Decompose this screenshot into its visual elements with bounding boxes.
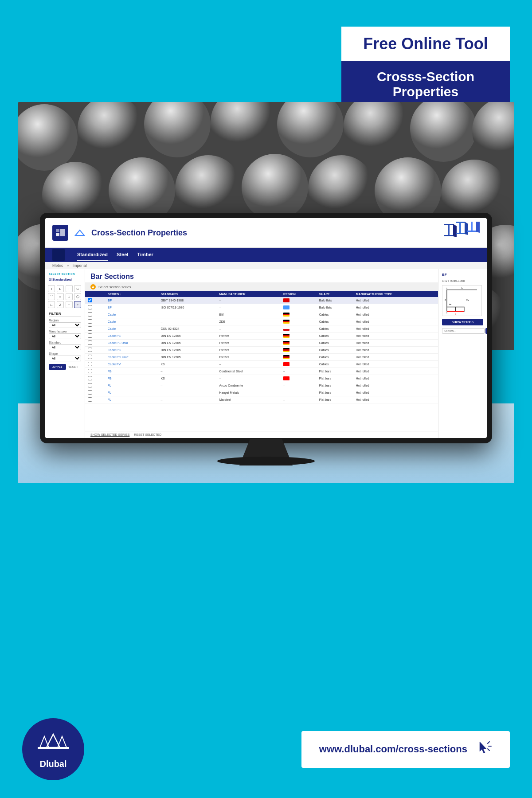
row-name: Cable	[105, 318, 158, 325]
svg-line-64	[488, 742, 489, 743]
show-selected-button[interactable]: SHOW SELECTED SERIES	[90, 433, 129, 436]
nav-steel[interactable]: Steel	[117, 249, 128, 261]
row-shape: Flat bars	[317, 382, 353, 389]
table-row: Cable PE Uniα DIN EN 12305 Pfeiffer Cabl…	[85, 340, 438, 347]
row-region	[281, 332, 317, 340]
monitor-section: Cross-Section Properties	[18, 102, 514, 483]
row-standard: KS	[158, 361, 216, 368]
row-checkbox[interactable]	[88, 340, 92, 345]
col-manufacturer[interactable]: MANUFACTURER	[216, 291, 281, 297]
search-input[interactable]	[442, 328, 485, 334]
row-checkbox[interactable]	[88, 397, 92, 402]
standard-label: Standard	[49, 341, 81, 344]
table-scroll[interactable]: SERIES ↓ STANDARD MANUFACTURER REGION SH…	[85, 291, 438, 431]
breadcrumb-imperial: Imperial	[73, 263, 87, 268]
nav-timber[interactable]: Timber	[137, 249, 153, 261]
row-name: FB	[105, 375, 158, 382]
row-checkbox[interactable]	[88, 348, 92, 352]
search-button[interactable]: SEARCH	[485, 328, 487, 334]
apply-button[interactable]: APPLY	[49, 364, 66, 370]
row-checkbox[interactable]	[88, 362, 92, 366]
col-shape[interactable]: SHAPE	[317, 291, 353, 297]
shape-angle[interactable]: ∟	[48, 301, 55, 308]
select-series-text: Select section series	[98, 285, 131, 289]
shape-box[interactable]: □	[66, 293, 73, 300]
row-manufacturer: –	[216, 304, 281, 311]
row-region	[281, 297, 317, 304]
row-manufacturer: –	[216, 375, 281, 382]
shape-z[interactable]: Z	[57, 301, 64, 308]
col-standard[interactable]: STANDARD	[158, 291, 216, 297]
shape-I[interactable]: I	[48, 285, 55, 292]
row-shape: Bulb flats	[317, 304, 353, 311]
svg-text:z: z	[445, 298, 446, 301]
row-checkbox[interactable]	[88, 333, 92, 338]
shape-hex[interactable]: ⬡	[74, 293, 81, 300]
row-standard: DIN EN 12305	[158, 347, 216, 354]
shape-arc[interactable]: ⌒	[48, 293, 55, 300]
row-manufacturer: Pfeiffer	[216, 354, 281, 361]
row-checkbox[interactable]	[88, 312, 92, 317]
row-checkbox[interactable]	[88, 326, 92, 331]
nav-standardized[interactable]: Standardized	[77, 249, 108, 261]
row-checkbox-cell	[85, 389, 105, 396]
show-series-button[interactable]: SHOW SERIES	[442, 319, 483, 325]
row-name: BF	[105, 304, 158, 311]
region-label: Region	[49, 319, 81, 322]
row-manufacturer: ZDB	[216, 318, 281, 325]
shape-circle[interactable]: ○	[57, 293, 64, 300]
row-checkbox[interactable]	[88, 376, 92, 380]
row-name: FL	[105, 382, 158, 389]
row-manufacturer: –	[216, 361, 281, 368]
row-standard: –	[158, 368, 216, 375]
reset-selected-button[interactable]: RESET SELECTED	[134, 433, 161, 436]
row-region	[281, 318, 317, 325]
row-manufacturer: Continental Steel	[216, 368, 281, 375]
row-manufacturer: Hanpei Metals	[216, 389, 281, 396]
standard-select[interactable]: All	[49, 344, 81, 350]
shape-wave[interactable]: ~	[66, 301, 73, 308]
row-region	[281, 304, 317, 311]
row-checkbox[interactable]	[88, 383, 92, 387]
row-manufacturing: Hot rolled	[353, 311, 438, 318]
app-logo	[52, 225, 68, 241]
row-checkbox[interactable]	[88, 305, 92, 309]
row-region: –	[281, 396, 317, 403]
dlubal-logo-icon	[55, 227, 66, 238]
row-region: –	[281, 368, 317, 375]
row-checkbox[interactable]	[88, 355, 92, 359]
select-section-label: SELECT SECTION	[47, 273, 83, 275]
row-manufacturer: Arcos Continente	[216, 382, 281, 389]
shape-L[interactable]: L	[57, 285, 64, 292]
monitor: Cross-Section Properties	[40, 213, 492, 466]
reset-button[interactable]: RESET	[68, 365, 78, 368]
shape-T[interactable]: T	[66, 285, 73, 292]
col-manufacturing[interactable]: MANUFACTURING TYPE	[353, 291, 438, 297]
row-checkbox[interactable]	[88, 298, 92, 302]
manufacturer-select[interactable]: All	[49, 333, 81, 339]
shape-grid: I L T C ⌒ ○ □ ⬡ ∟ Z ~ +	[47, 285, 83, 308]
shape-plus[interactable]: +	[74, 301, 81, 308]
row-checkbox-cell	[85, 361, 105, 368]
row-checkbox-cell	[85, 311, 105, 318]
select-series-icon: A	[90, 284, 96, 289]
filter-section: FILTER Region All Manufacturer All	[47, 312, 83, 370]
row-manufacturer: –	[216, 297, 281, 304]
row-region	[281, 347, 317, 354]
row-checkbox[interactable]	[88, 319, 92, 324]
region-select[interactable]: All	[49, 322, 81, 328]
col-region[interactable]: REGION	[281, 291, 317, 297]
row-name: FL	[105, 389, 158, 396]
row-manufacturing: Hot rolled	[353, 304, 438, 311]
manufacturer-label: Manufacturer	[49, 330, 81, 333]
row-checkbox[interactable]	[88, 369, 92, 373]
col-series[interactable]: SERIES ↓	[105, 291, 158, 297]
filter-region-row: Region All	[49, 319, 81, 328]
main-table-area: Bar Sections A Select section series SE	[85, 269, 438, 438]
svg-text:y: y	[455, 312, 456, 315]
shape-C[interactable]: C	[74, 285, 81, 292]
table-row: Cable PG DIN EN 12305 Pfeiffer Cables Ho…	[85, 347, 438, 354]
row-manufacturing: Hot rolled	[353, 396, 438, 403]
row-checkbox[interactable]	[88, 390, 92, 395]
shape-select[interactable]: All	[49, 356, 81, 361]
